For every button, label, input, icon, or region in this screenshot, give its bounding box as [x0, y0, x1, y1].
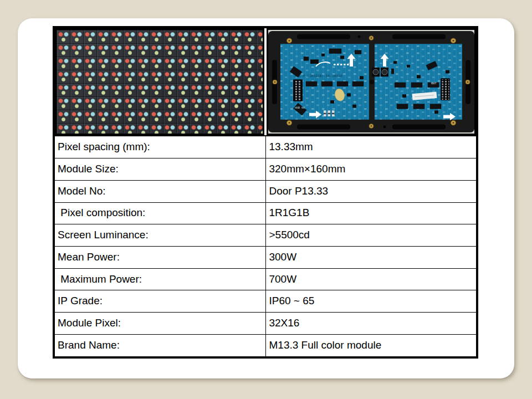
- spec-label: Brand Name:: [55, 334, 266, 356]
- spec-label: Mean Power:: [55, 246, 266, 268]
- spec-value: 32X16: [266, 313, 476, 335]
- spec-value: 13.33mm: [266, 136, 476, 158]
- photos-row: HLL-P (1R1G1B)-56-20X10 HUB 08: [55, 28, 476, 136]
- table-row: Pixel composition: 1R1G1B: [55, 202, 476, 224]
- led-module-front-photo: [55, 28, 264, 135]
- table-row: Module Pixel: 32X16: [55, 313, 476, 335]
- spec-label: Model No:: [55, 180, 266, 202]
- table-row: Mean Power: 300W: [55, 246, 476, 268]
- spec-value: 320mm×160mm: [266, 158, 476, 181]
- spec-label: Pixel composition:: [55, 202, 266, 224]
- spec-value: M13.3 Full color module: [266, 334, 476, 356]
- pcb-board-text: HLL-P (1R1G1B)-56-20X10: [295, 74, 342, 78]
- spec-table: HLL-P (1R1G1B)-56-20X10 HUB 08: [53, 26, 478, 359]
- spec-value: 300W: [266, 246, 476, 268]
- spec-label: Maximum Power:: [55, 268, 266, 290]
- led-pixel-grid: [57, 30, 263, 134]
- spec-rows-table: Pixel spacing (mm): 13.33mm Module Size:…: [55, 136, 476, 356]
- spec-value: 1R1G1B: [266, 202, 476, 224]
- spec-label: Module Pixel:: [55, 313, 266, 335]
- table-row: IP Grade: IP60 ~ 65: [55, 290, 476, 313]
- table-row: Screen Luminance: >5500cd: [55, 224, 476, 247]
- spec-label: Pixel spacing (mm):: [55, 136, 266, 158]
- spec-label: Screen Luminance:: [55, 224, 266, 247]
- resistor-array: [324, 110, 335, 116]
- slide-background: HLL-P (1R1G1B)-56-20X10 HUB 08: [0, 0, 532, 399]
- table-row: Model No: Door P13.33: [55, 180, 476, 202]
- pcb-back-illustration: HLL-P (1R1G1B)-56-20X10 HUB 08: [268, 30, 474, 134]
- table-row: Maximum Power: 700W: [55, 268, 476, 290]
- spec-value: >5500cd: [266, 224, 476, 247]
- content-panel: HLL-P (1R1G1B)-56-20X10 HUB 08: [18, 18, 514, 378]
- led-module-back-photo: HLL-P (1R1G1B)-56-20X10 HUB 08: [267, 28, 476, 135]
- table-row: Pixel spacing (mm): 13.33mm: [55, 136, 476, 158]
- table-row: Brand Name: M13.3 Full color module: [55, 334, 476, 356]
- spec-value: 700W: [266, 268, 476, 290]
- spec-value: Door P13.33: [266, 180, 476, 202]
- spec-label: IP Grade:: [55, 290, 266, 313]
- spec-value: IP60 ~ 65: [266, 290, 476, 313]
- spec-label: Module Size:: [55, 158, 266, 181]
- hub-label: HUB 08: [295, 106, 305, 110]
- table-row: Module Size: 320mm×160mm: [55, 158, 476, 181]
- out-label: OUT: [431, 81, 437, 85]
